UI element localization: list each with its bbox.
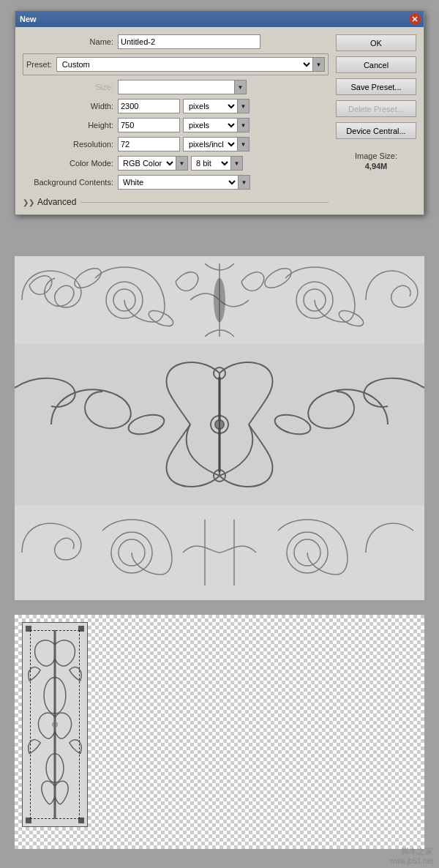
resolution-label: Resolution: [23, 140, 118, 149]
width-unit-container: pixels inches cm ▼ [183, 99, 249, 113]
preset-select[interactable]: Custom [56, 57, 313, 72]
dialog-form: Name: Preset: Custom ▼ Size: ▼ [23, 34, 329, 207]
width-label: Width: [23, 102, 118, 111]
size-row: Size: ▼ [23, 80, 329, 94]
resolution-unit-arrow[interactable]: ▼ [238, 137, 249, 151]
color-mode-row: Color Mode: RGB Color CMYK Color Graysca… [23, 156, 329, 171]
dialog-title: New [20, 15, 37, 23]
device-central-button[interactable]: Device Central... [336, 122, 416, 139]
size-input[interactable] [118, 80, 235, 94]
color-mode-label: Color Mode: [23, 159, 118, 168]
advanced-divider [80, 202, 329, 203]
advanced-chevron-icon: ❯❯ [23, 198, 34, 206]
resolution-row: Resolution: pixels/inch pixels/cm ▼ [23, 137, 329, 151]
name-row: Name: [23, 34, 329, 49]
delete-preset-button[interactable]: Delete Preset... [336, 100, 416, 117]
image-size-label: Image Size: [336, 151, 416, 160]
resolution-unit-select[interactable]: pixels/inch pixels/cm [183, 137, 238, 151]
preset-select-container: Custom ▼ [56, 57, 325, 72]
ok-button[interactable]: OK [336, 34, 416, 51]
svg-rect-21 [218, 377, 221, 472]
width-unit-arrow[interactable]: ▼ [238, 99, 249, 113]
new-document-dialog: New Name: Preset: Custom ▼ [15, 11, 424, 215]
watermark-line2: www.jb51.net [390, 857, 433, 865]
canvas-area-2 [15, 615, 424, 849]
bg-contents-select[interactable]: White Background Color Transparent [118, 175, 239, 190]
bg-contents-label: Background Contents: [23, 178, 118, 187]
dialog-body: Name: Preset: Custom ▼ Size: ▼ [15, 27, 424, 214]
height-unit-container: pixels inches cm ▼ [183, 118, 249, 132]
height-label: Height: [23, 121, 118, 130]
preset-dropdown-arrow[interactable]: ▼ [313, 57, 325, 72]
image-size-value: 4,94M [336, 162, 416, 171]
advanced-row[interactable]: ❯❯ Advanced [23, 194, 329, 207]
name-label: Name: [23, 37, 118, 46]
canvas-area-1 [15, 256, 424, 600]
name-input[interactable] [118, 34, 260, 49]
height-row: Height: pixels inches cm ▼ [23, 118, 329, 132]
ornament-middle [15, 344, 424, 505]
bit-depth-arrow[interactable]: ▼ [231, 156, 243, 171]
bit-depth-select[interactable]: 8 bit 16 bit [191, 156, 231, 171]
color-mode-arrow[interactable]: ▼ [176, 156, 188, 171]
svg-point-12 [217, 282, 222, 318]
resolution-unit-container: pixels/inch pixels/cm ▼ [183, 137, 249, 151]
watermark: 脚本之家 www.jb51.net [390, 846, 433, 865]
transform-bounding-box [30, 630, 80, 819]
dialog-buttons: OK Cancel Save Preset... Delete Preset..… [336, 34, 416, 207]
image-size-area: Image Size: 4,94M [336, 151, 416, 171]
small-canvas [22, 622, 88, 827]
bg-contents-row: Background Contents: White Background Co… [23, 175, 329, 190]
width-unit-select[interactable]: pixels inches cm [183, 99, 238, 113]
ornament-bottom [15, 505, 424, 600]
height-unit-select[interactable]: pixels inches cm [183, 118, 238, 132]
size-input-container: ▼ [118, 80, 247, 94]
bg-contents-arrow[interactable]: ▼ [239, 175, 250, 190]
color-mode-select[interactable]: RGB Color CMYK Color Grayscale [118, 156, 176, 171]
height-unit-arrow[interactable]: ▼ [238, 118, 249, 132]
dialog-titlebar: New [15, 11, 424, 27]
height-input[interactable] [118, 118, 180, 132]
dialog-close-button[interactable] [409, 13, 421, 25]
size-dropdown-arrow[interactable]: ▼ [235, 80, 247, 94]
width-row: Width: pixels inches cm ▼ [23, 99, 329, 113]
size-label: Size: [23, 83, 118, 91]
preset-label: Preset: [26, 60, 52, 69]
preset-row: Preset: Custom ▼ [23, 53, 329, 75]
ornament-top [15, 256, 424, 344]
save-preset-button[interactable]: Save Preset... [336, 78, 416, 95]
watermark-line1: 脚本之家 [401, 846, 433, 857]
resolution-input[interactable] [118, 137, 180, 151]
width-input[interactable] [118, 99, 180, 113]
small-canvas-inner [23, 623, 87, 826]
cancel-button[interactable]: Cancel [336, 56, 416, 73]
advanced-label: Advanced [37, 197, 76, 207]
